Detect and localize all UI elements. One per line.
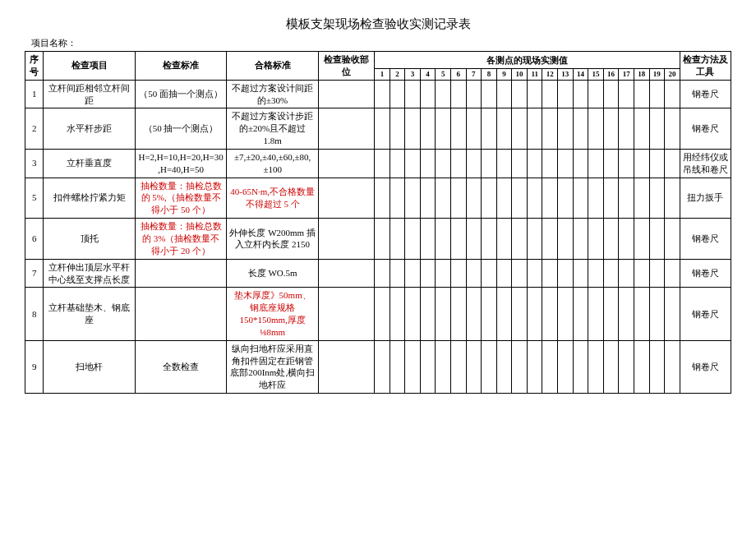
table-row: 9扫地杆全数检查纵向扫地杆应采用直角扣件固定在距钢管底部200Inm处,横向扫地… bbox=[25, 340, 731, 393]
cell-measure bbox=[466, 259, 482, 288]
cell-measure bbox=[405, 219, 421, 260]
cell-measure bbox=[496, 340, 512, 393]
cell-measure bbox=[588, 108, 604, 150]
cell-measure bbox=[512, 340, 528, 393]
cell-measure bbox=[390, 219, 405, 260]
header-row-1: 序号 检查项目 检查标准 合格标准 检查验收部位 各测点的现场实测值 检查方法及… bbox=[25, 52, 731, 69]
cell-measure bbox=[420, 108, 436, 150]
cell-measure bbox=[390, 259, 405, 288]
table-row: 8立杆基础垫木、钢底座垫木厚度》50mm、钢底座规格150*150mm,厚度⅛8… bbox=[25, 288, 731, 340]
cell-measure bbox=[649, 80, 665, 108]
cell-measure bbox=[405, 259, 421, 288]
cell-measure bbox=[588, 178, 604, 219]
h-part: 检查验收部位 bbox=[318, 52, 374, 81]
cell-item: 扣件螺栓拧紧力矩 bbox=[44, 178, 136, 219]
cell-measure bbox=[573, 259, 588, 288]
h-n19: 19 bbox=[649, 68, 665, 80]
cell-measure bbox=[466, 178, 482, 219]
cell-measure bbox=[512, 149, 528, 178]
cell-part bbox=[318, 219, 374, 260]
cell-measure bbox=[482, 178, 497, 219]
cell-measure bbox=[619, 178, 634, 219]
cell-measure bbox=[573, 108, 588, 150]
cell-measure bbox=[390, 178, 405, 219]
cell-measure bbox=[450, 259, 466, 288]
cell-measure bbox=[649, 178, 665, 219]
cell-measure bbox=[558, 259, 574, 288]
cell-measure bbox=[603, 108, 619, 150]
cell-measure bbox=[542, 340, 558, 393]
cell-part bbox=[318, 80, 374, 108]
cell-measure bbox=[542, 259, 558, 288]
table-row: 1立杆间距相邻立杆间距（50 面抽一个测点）不超过方案设计间距的±30%钢卷尺 bbox=[25, 80, 731, 108]
cell-measure bbox=[496, 259, 512, 288]
cell-measure bbox=[542, 288, 558, 340]
cell-measure bbox=[619, 288, 634, 340]
cell-measure bbox=[420, 340, 436, 393]
cell-item: 水平杆步距 bbox=[44, 108, 136, 150]
cell-measure bbox=[558, 108, 574, 150]
h-n8: 8 bbox=[482, 68, 497, 80]
cell-measure bbox=[665, 259, 680, 288]
h-n2: 2 bbox=[390, 68, 405, 80]
cell-measure bbox=[649, 149, 665, 178]
cell-measure bbox=[436, 178, 451, 219]
cell-measure bbox=[649, 288, 665, 340]
h-n3: 3 bbox=[405, 68, 421, 80]
cell-item: 扫地杆 bbox=[44, 340, 136, 393]
h-n15: 15 bbox=[588, 68, 604, 80]
cell-measure bbox=[390, 149, 405, 178]
cell-measure bbox=[603, 80, 619, 108]
cell-measure bbox=[450, 80, 466, 108]
cell-measure bbox=[496, 178, 512, 219]
cell-seq: 1 bbox=[25, 80, 44, 108]
cell-measure bbox=[527, 108, 542, 150]
cell-measure bbox=[558, 178, 574, 219]
cell-measure bbox=[450, 288, 466, 340]
cell-measure bbox=[450, 108, 466, 150]
h-n12: 12 bbox=[542, 68, 558, 80]
cell-seq: 8 bbox=[25, 288, 44, 340]
cell-std bbox=[135, 259, 227, 288]
cell-measure bbox=[496, 288, 512, 340]
cell-method: 扭力扳手 bbox=[680, 178, 731, 219]
cell-measure bbox=[665, 108, 680, 150]
cell-seq: 5 bbox=[25, 178, 44, 219]
cell-measure bbox=[619, 219, 634, 260]
cell-measure bbox=[665, 80, 680, 108]
cell-measure bbox=[466, 80, 482, 108]
h-n20: 20 bbox=[665, 68, 680, 80]
cell-measure bbox=[482, 108, 497, 150]
cell-measure bbox=[405, 80, 421, 108]
cell-measure bbox=[665, 219, 680, 260]
cell-measure bbox=[588, 340, 604, 393]
h-n14: 14 bbox=[573, 68, 588, 80]
h-pass: 合格标准 bbox=[227, 52, 319, 81]
cell-measure bbox=[558, 149, 574, 178]
cell-measure bbox=[375, 288, 390, 340]
cell-measure bbox=[512, 288, 528, 340]
cell-measure bbox=[450, 340, 466, 393]
cell-measure bbox=[436, 108, 451, 150]
cell-measure bbox=[405, 288, 421, 340]
cell-measure bbox=[450, 219, 466, 260]
cell-measure bbox=[634, 149, 649, 178]
cell-method: 钢卷尺 bbox=[680, 108, 731, 150]
cell-measure bbox=[649, 219, 665, 260]
h-n18: 18 bbox=[634, 68, 649, 80]
cell-measure bbox=[420, 259, 436, 288]
cell-measure bbox=[375, 178, 390, 219]
cell-measure bbox=[375, 149, 390, 178]
cell-measure bbox=[375, 259, 390, 288]
cell-measure bbox=[512, 178, 528, 219]
cell-measure bbox=[420, 219, 436, 260]
cell-measure bbox=[527, 178, 542, 219]
cell-method: 钢卷尺 bbox=[680, 288, 731, 340]
cell-measure bbox=[405, 340, 421, 393]
cell-measure bbox=[603, 259, 619, 288]
cell-measure bbox=[619, 108, 634, 150]
cell-measure bbox=[619, 259, 634, 288]
cell-item: 顶托 bbox=[44, 219, 136, 260]
cell-measure bbox=[390, 288, 405, 340]
cell-measure bbox=[603, 219, 619, 260]
